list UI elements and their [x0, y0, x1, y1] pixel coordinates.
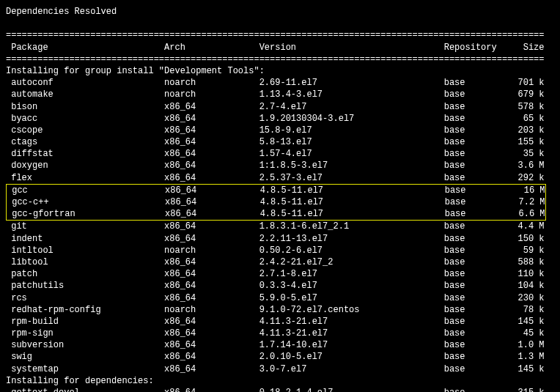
package-row: gcc-c++ x86_64 4.8.5-11.el7 base 7.2 M [7, 196, 545, 208]
package-row: systemtap x86_64 3.0-7.el7 base 145 k [6, 363, 554, 375]
blank-line [6, 18, 554, 29]
package-row: patch x86_64 2.7.1-8.el7 base 110 k [6, 268, 554, 280]
package-row: flex x86_64 2.5.37-3.el7 base 292 k [6, 172, 554, 184]
package-row: redhat-rpm-config noarch 9.1.0-72.el7.ce… [6, 304, 554, 316]
package-row: autoconf noarch 2.69-11.el7 base 701 k [6, 77, 554, 89]
package-row: ctags x86_64 5.8-13.el7 base 155 k [6, 136, 554, 148]
package-row: indent x86_64 2.2.11-13.el7 base 150 k [6, 233, 554, 245]
package-row: gettext-devel x86_64 0.18.2.1-4.el7 base… [6, 387, 554, 392]
package-row: doxygen x86_64 1:1.8.5-3.el7 base 3.6 M [6, 160, 554, 171]
package-row: byacc x86_64 1.9.20130304-3.el7 base 65 … [6, 113, 554, 125]
separator-top: ========================================… [6, 29, 554, 41]
package-row: automake noarch 1.13.4-3.el7 base 679 k [6, 89, 554, 100]
package-row: intltool noarch 0.50.2-6.el7 base 59 k [6, 245, 554, 256]
package-row: libtool x86_64 2.4.2-21.el7_2 base 588 k [6, 256, 554, 268]
package-row: rpm-build x86_64 4.11.3-21.el7 base 145 … [6, 316, 554, 328]
column-header-row: Package Arch Version Repository Size [6, 42, 554, 53]
section-install-deps: Installing for dependencies: [6, 375, 554, 387]
package-row: cscope x86_64 15.8-9.el7 base 203 k [6, 125, 554, 136]
package-row: gcc-gfortran x86_64 4.8.5-11.el7 base 6.… [7, 208, 545, 220]
dependencies-resolved-line: Dependencies Resolved [6, 6, 554, 18]
package-row: gcc x86_64 4.8.5-11.el7 base 16 M [7, 185, 545, 196]
package-row: bison x86_64 2.7-4.el7 base 578 k [6, 101, 554, 113]
package-row: rpm-sign x86_64 4.11.3-21.el7 base 45 k [6, 328, 554, 339]
package-row: diffstat x86_64 1.57-4.el7 base 35 k [6, 148, 554, 160]
package-row: swig x86_64 2.0.10-5.el7 base 1.3 M [6, 351, 554, 363]
section-install-group: Installing for group install "Developmen… [6, 65, 554, 77]
separator-mid: ========================================… [6, 53, 554, 65]
package-row: rcs x86_64 5.9.0-5.el7 base 230 k [6, 292, 554, 304]
package-row: patchutils x86_64 0.3.3-4.el7 base 104 k [6, 280, 554, 292]
package-row: git x86_64 1.8.3.1-6.el7_2.1 base 4.4 M [6, 221, 554, 232]
gcc-highlight-box: gcc x86_64 4.8.5-11.el7 base 16 M gcc-c+… [6, 184, 546, 221]
package-row: subversion x86_64 1.7.14-10.el7 base 1.0… [6, 339, 554, 351]
